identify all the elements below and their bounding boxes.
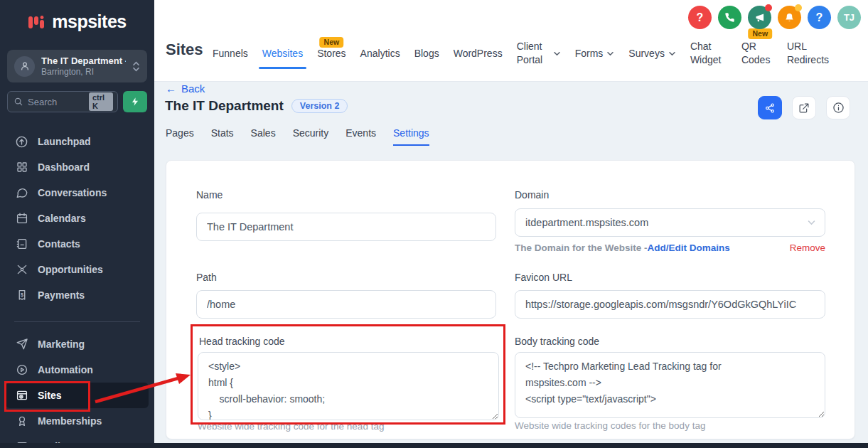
search-icon (14, 97, 23, 107)
sidebar: mspsites The IT Department - ... Barring… (0, 0, 154, 448)
section-title: Sites (166, 41, 203, 59)
sidebar-search[interactable]: ctrl K (7, 91, 118, 112)
domain-helper-text: The Domain for the Website - (515, 242, 648, 253)
search-input[interactable] (28, 97, 85, 107)
chevron-up-down-icon (132, 61, 140, 72)
page-title: The IT Department (165, 98, 284, 114)
sidebar-item-dashboard[interactable]: Dashboard (6, 154, 149, 180)
tab-events[interactable]: Events (345, 127, 376, 146)
chat-bubble-icon (15, 186, 28, 200)
sidebar-item-sites[interactable]: Sites (6, 383, 149, 408)
app-window: mspsites The IT Department - ... Barring… (0, 0, 868, 448)
tab-stats[interactable]: Stats (211, 127, 234, 146)
sidebar-divider (14, 321, 140, 322)
chevron-down-icon (807, 220, 816, 225)
tab-settings[interactable]: Settings (393, 127, 429, 146)
sidebar-item-opportunities[interactable]: Opportunities (6, 257, 149, 282)
favicon-url-input[interactable] (515, 290, 825, 319)
tab-url-redirects[interactable]: URL Redirects (787, 40, 832, 67)
sidebar-item-calendars[interactable]: Calendars (6, 206, 149, 231)
notification-dot (765, 4, 772, 11)
top-navigation-bar: Sites Funnels Websites NewStores Analyti… (154, 0, 868, 82)
automation-play-icon (15, 363, 28, 377)
back-button[interactable]: ← Back (166, 82, 205, 95)
bottom-edge-bar (0, 443, 868, 448)
share-button[interactable] (758, 96, 782, 119)
launchpad-icon (15, 135, 28, 149)
top-nav-tabs: Funnels Websites NewStores Analytics Blo… (213, 38, 832, 69)
announcements-button[interactable] (748, 6, 771, 29)
megaphone-icon (754, 12, 765, 23)
new-badge: New (749, 28, 773, 39)
favicon-url-label: Favicon URL (515, 272, 572, 283)
user-avatar[interactable]: TJ (837, 6, 861, 29)
svg-text:$: $ (21, 292, 23, 298)
tab-security[interactable]: Security (293, 127, 329, 146)
tab-websites[interactable]: Websites (262, 48, 303, 59)
opportunities-icon (15, 263, 28, 277)
phone-button[interactable] (718, 6, 741, 29)
lightning-bolt-icon (130, 96, 140, 107)
tab-blogs[interactable]: Blogs (414, 48, 439, 59)
payments-receipt-icon: $ (15, 289, 28, 302)
sidebar-item-contacts[interactable]: Contacts (6, 231, 149, 257)
tab-analytics[interactable]: Analytics (360, 48, 400, 59)
body-tracking-helper: Website wide tracking codes for the body… (515, 420, 705, 431)
sidebar-item-memberships[interactable]: Memberships (6, 408, 149, 434)
path-input[interactable] (196, 290, 496, 319)
sidebar-item-launchpad[interactable]: Launchpad (6, 129, 149, 154)
add-edit-domains-link[interactable]: Add/Edit Domains (648, 242, 730, 253)
logo: mspsites (0, 11, 154, 32)
sites-window-icon (15, 389, 28, 402)
tab-stores[interactable]: NewStores (317, 48, 345, 59)
info-icon (832, 102, 845, 114)
quick-actions-button[interactable] (123, 91, 147, 112)
sidebar-item-payments[interactable]: $ Payments (6, 282, 149, 308)
help-button[interactable]: ? (688, 6, 712, 29)
name-input[interactable] (196, 213, 496, 241)
support-button[interactable]: ? (808, 6, 831, 29)
open-external-button[interactable] (792, 96, 816, 119)
account-switcher[interactable]: The IT Department - ... Barrington, RI (7, 50, 147, 82)
remove-domain-link[interactable]: Remove (790, 242, 825, 253)
path-label: Path (196, 272, 217, 283)
tab-funnels[interactable]: Funnels (213, 48, 248, 59)
domain-label: Domain (515, 189, 549, 201)
chevron-down-icon (606, 51, 614, 56)
mspsites-logo-icon (28, 13, 46, 31)
back-arrow-icon: ← (166, 82, 176, 95)
notifications-button[interactable] (778, 6, 801, 29)
site-detail-tabs: Pages Stats Sales Security Events Settin… (166, 127, 429, 146)
dashboard-icon (15, 161, 28, 174)
settings-card: Name Domain itdepartment.mspsites.com Th… (166, 160, 855, 439)
tab-chat-widget[interactable]: Chat Widget (690, 40, 727, 67)
header-icon-row: ? ? TJ (688, 6, 861, 29)
tab-pages[interactable]: Pages (166, 127, 194, 146)
sidebar-item-automation[interactable]: Automation (6, 357, 149, 383)
version-badge: Version 2 (291, 99, 348, 113)
head-tracking-textarea[interactable]: <style> html { scroll-behavior: smooth; … (198, 352, 499, 420)
tab-qr-codes[interactable]: NewQR Codes (741, 40, 773, 67)
question-mark-icon: ? (816, 11, 823, 24)
body-tracking-textarea[interactable]: <!-- Techpro Marketing Lead Tracking tag… (515, 352, 825, 418)
tab-forms[interactable]: Forms (575, 48, 615, 59)
search-shortcut-badge: ctrl K (89, 92, 113, 111)
sidebar-item-conversations[interactable]: Conversations (6, 180, 149, 206)
new-badge: New (320, 37, 344, 48)
head-tracking-helper: Website wide tracking code for the head … (198, 421, 384, 432)
sidebar-item-marketing[interactable]: Marketing (6, 331, 149, 357)
tab-wordpress[interactable]: WordPress (454, 48, 503, 59)
logo-text: mspsites (52, 11, 126, 32)
tab-surveys[interactable]: Surveys (628, 48, 676, 59)
paper-plane-icon (15, 338, 28, 351)
body-tracking-label: Body tracking code (515, 336, 599, 347)
info-button[interactable] (826, 96, 850, 119)
chevron-down-icon (668, 51, 676, 56)
phone-icon (724, 12, 735, 23)
account-name: The IT Department - ... (41, 55, 126, 66)
tab-sales[interactable]: Sales (251, 127, 276, 146)
share-icon (764, 102, 776, 114)
tab-client-portal[interactable]: Client Portal (517, 40, 561, 67)
domain-select[interactable]: itdepartment.mspsites.com (515, 208, 825, 237)
bell-icon (784, 12, 795, 23)
